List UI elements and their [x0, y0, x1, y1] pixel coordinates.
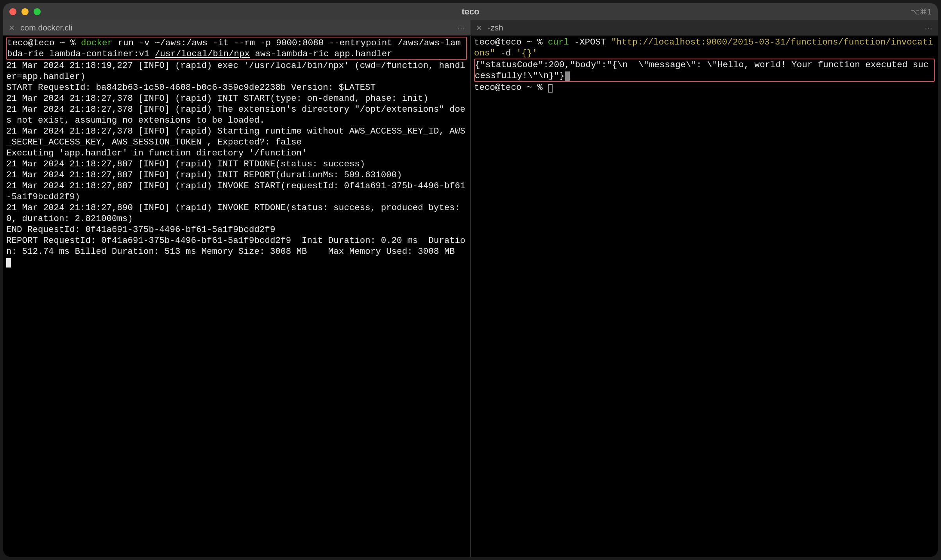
- terminal-line: 21 Mar 2024 21:18:27,887 [INFO] (rapid) …: [6, 159, 467, 169]
- terminal-line: REPORT RequestId: 0f41a691-375b-4496-bf6…: [6, 235, 467, 257]
- tab-menu-icon[interactable]: ⋯: [925, 23, 932, 32]
- terminal-line: 21 Mar 2024 21:18:19,227 [INFO] (rapid) …: [6, 60, 467, 82]
- highlighted-command-left: teco@teco ~ % docker run -v ~/aws:/aws -…: [6, 37, 467, 60]
- terminal-window: teco ⌥⌘1 ✕ com.docker.cli ⋯ ✕ -zsh ⋯ tec…: [3, 3, 938, 557]
- terminal-pane-right[interactable]: teco@teco ~ % curl -XPOST "http://localh…: [470, 36, 938, 557]
- terminal-line: END RequestId: 0f41a691-375b-4496-bf61-5…: [6, 224, 467, 235]
- close-tab-icon[interactable]: ✕: [9, 24, 15, 32]
- command-name: curl: [548, 37, 569, 47]
- prompt: teco@teco ~ %: [474, 82, 548, 93]
- terminal-line: teco@teco ~ % docker run -v ~/aws:/aws -…: [7, 37, 465, 59]
- terminal-line: Executing 'app.handler' in function dire…: [6, 148, 467, 159]
- terminal-prompt-line: teco@teco ~ %: [474, 82, 935, 93]
- command-args: aws-lambda-ric app.handler: [250, 49, 392, 59]
- end-of-output-icon: [565, 71, 570, 81]
- close-tab-icon[interactable]: ✕: [476, 24, 482, 32]
- titlebar: teco ⌥⌘1: [3, 3, 938, 20]
- tab-right[interactable]: ✕ -zsh ⋯: [470, 20, 938, 35]
- command-name: docker: [81, 38, 113, 48]
- terminal-line: 21 Mar 2024 21:18:27,378 [INFO] (rapid) …: [6, 104, 467, 126]
- command-data: '{}': [516, 48, 537, 58]
- prompt: teco@teco ~ %: [7, 38, 81, 48]
- terminal-line: teco@teco ~ % curl -XPOST "http://localh…: [474, 37, 935, 59]
- cursor-icon: [6, 258, 11, 268]
- terminal-line: 21 Mar 2024 21:18:27,378 [INFO] (rapid) …: [6, 93, 467, 104]
- command-args: -d: [495, 48, 516, 58]
- terminal-line: 21 Mar 2024 21:18:27,887 [INFO] (rapid) …: [6, 180, 467, 202]
- tab-left[interactable]: ✕ com.docker.cli ⋯: [3, 20, 470, 35]
- terminal-line: 21 Mar 2024 21:18:27,890 [INFO] (rapid) …: [6, 202, 467, 224]
- tab-left-label: com.docker.cli: [20, 23, 452, 32]
- traffic-lights: [9, 8, 41, 15]
- terminal-output-left: 21 Mar 2024 21:18:19,227 [INFO] (rapid) …: [6, 60, 467, 257]
- response-text: {"statusCode":200,"body":"{\n \"message\…: [475, 60, 928, 81]
- terminal-line: START RequestId: ba842b63-1c50-4608-b0c6…: [6, 82, 467, 93]
- terminal-line: 21 Mar 2024 21:18:27,378 [INFO] (rapid) …: [6, 126, 467, 148]
- terminal-line: 21 Mar 2024 21:18:27,887 [INFO] (rapid) …: [6, 169, 467, 180]
- command-args: -XPOST: [569, 37, 611, 47]
- window-shortcut-label: ⌥⌘1: [911, 7, 932, 16]
- minimize-window-button[interactable]: [21, 8, 29, 15]
- tab-menu-icon[interactable]: ⋯: [457, 23, 465, 32]
- prompt: teco@teco ~ %: [474, 37, 548, 47]
- tabbar: ✕ com.docker.cli ⋯ ✕ -zsh ⋯: [3, 20, 938, 36]
- highlighted-response-right: {"statusCode":200,"body":"{\n \"message\…: [474, 59, 935, 82]
- maximize-window-button[interactable]: [34, 8, 41, 15]
- terminal-pane-left[interactable]: teco@teco ~ % docker run -v ~/aws:/aws -…: [3, 36, 470, 557]
- terminal-cursor-line: [6, 257, 467, 268]
- panes: teco@teco ~ % docker run -v ~/aws:/aws -…: [3, 36, 938, 557]
- command-path: /usr/local/bin/npx: [155, 49, 250, 59]
- tab-right-label: -zsh: [488, 23, 919, 32]
- close-window-button[interactable]: [9, 8, 16, 15]
- window-title: teco: [3, 7, 938, 17]
- terminal-line: {"statusCode":200,"body":"{\n \"message\…: [475, 59, 933, 81]
- cursor-icon: [548, 84, 553, 93]
